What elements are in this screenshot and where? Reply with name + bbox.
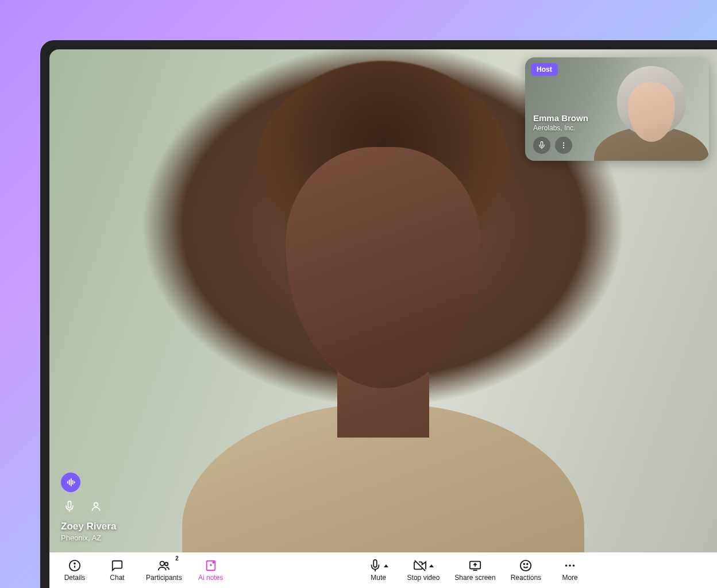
main-participant-subtitle: Pheonix, AZ: [61, 533, 116, 542]
participants-button[interactable]: 2 Participants: [146, 559, 182, 582]
chevron-up-icon: [429, 564, 434, 567]
svg-point-13: [74, 563, 75, 564]
smile-icon: [519, 559, 532, 572]
microphone-icon: [369, 559, 381, 572]
pip-more-button[interactable]: [555, 137, 572, 154]
svg-point-10: [94, 502, 98, 506]
main-video-area: Host Emma Brown Aerolabs, Inc.: [49, 49, 717, 552]
main-mic-button[interactable]: [61, 498, 78, 515]
main-participant-overlay: Zoey Rivera Pheonix, AZ: [61, 473, 116, 542]
pip-participant-video: [611, 66, 692, 161]
info-icon: [68, 559, 81, 572]
more-horizontal-icon: [564, 559, 576, 572]
svg-point-1: [563, 142, 564, 144]
pip-info: Emma Brown Aerolabs, Inc.: [533, 113, 588, 154]
reactions-label: Reactions: [511, 574, 541, 582]
svg-point-25: [565, 564, 568, 567]
svg-point-15: [165, 563, 168, 566]
chat-button[interactable]: Chat: [103, 559, 131, 582]
reactions-button[interactable]: Reactions: [511, 559, 541, 582]
svg-point-23: [524, 563, 525, 564]
svg-point-27: [573, 564, 575, 567]
microphone-icon: [538, 141, 546, 149]
svg-point-17: [213, 562, 214, 563]
main-participant-button[interactable]: [87, 498, 105, 515]
chat-icon: [111, 559, 124, 572]
svg-point-22: [521, 560, 531, 571]
pip-participant-subtitle: Aerolabs, Inc.: [533, 124, 588, 132]
ai-notes-button[interactable]: Ai notes: [197, 559, 225, 582]
people-icon: [157, 559, 171, 572]
more-button[interactable]: More: [556, 559, 584, 582]
details-button[interactable]: Details: [61, 559, 88, 582]
pip-mic-button[interactable]: [533, 137, 550, 154]
main-participant-name: Zoey Rivera: [61, 521, 116, 532]
mute-button[interactable]: Mute: [365, 559, 392, 582]
stop-video-button[interactable]: Stop video: [407, 559, 440, 582]
svg-point-24: [527, 563, 528, 564]
mute-label: Mute: [371, 574, 386, 582]
main-participant-video: [211, 49, 556, 552]
svg-point-14: [160, 562, 164, 566]
host-badge: Host: [531, 63, 558, 76]
stop-video-label: Stop video: [407, 574, 440, 582]
call-toolbar: Details Chat 2 Participants Ai notes: [49, 552, 717, 588]
share-screen-button[interactable]: Share screen: [454, 559, 495, 582]
sparkle-note-icon: [205, 559, 217, 572]
video-call-window: Host Emma Brown Aerolabs, Inc.: [40, 40, 717, 588]
person-icon: [90, 501, 102, 512]
svg-point-26: [569, 564, 571, 567]
participants-count-badge: 2: [175, 555, 179, 562]
pip-participant-name: Emma Brown: [533, 113, 588, 123]
more-vertical-icon: [560, 141, 568, 149]
participants-label: Participants: [146, 574, 182, 582]
chevron-up-icon: [384, 564, 388, 567]
ai-notes-label: Ai notes: [198, 574, 223, 582]
share-screen-icon: [469, 559, 481, 572]
toolbar-center-group: Mute Stop video Share screen Reactio: [365, 559, 584, 582]
video-off-icon: [413, 559, 427, 572]
more-label: More: [562, 574, 577, 582]
details-label: Details: [64, 574, 86, 582]
ai-speaking-indicator[interactable]: [61, 473, 80, 492]
svg-point-2: [563, 145, 564, 146]
pip-thumbnail[interactable]: Host Emma Brown Aerolabs, Inc.: [525, 57, 709, 161]
chat-label: Chat: [110, 574, 124, 582]
share-screen-label: Share screen: [454, 574, 495, 582]
audio-wave-icon: [65, 477, 76, 488]
microphone-icon: [64, 501, 75, 512]
toolbar-left-group: Details Chat 2 Participants Ai notes: [61, 559, 225, 582]
svg-point-3: [563, 147, 564, 148]
